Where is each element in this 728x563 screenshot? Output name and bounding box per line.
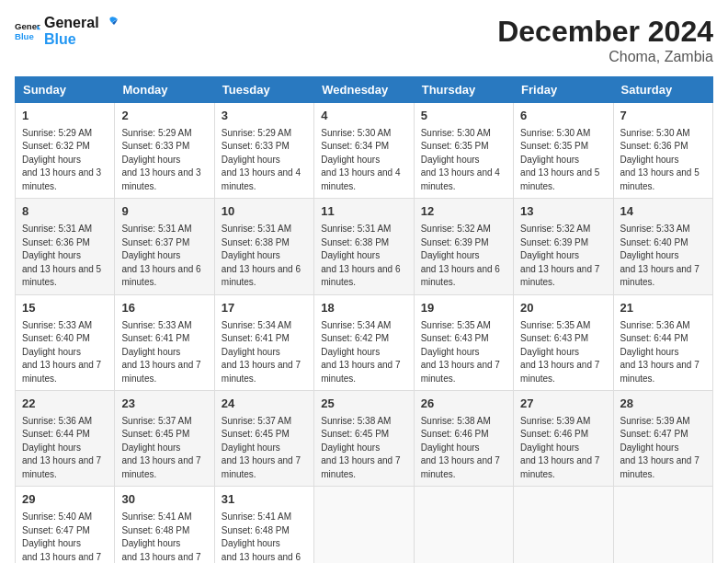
day-info: Sunrise: 5:29 AMSunset: 6:32 PMDaylight … [22,127,108,194]
title-block: December 2024 Choma, Zambia [497,15,713,65]
day-info: Sunrise: 5:41 AMSunset: 6:48 PMDaylight … [222,511,307,563]
day-number: 8 [22,203,108,221]
calendar-cell [414,487,513,563]
calendar-cell: 2Sunrise: 5:29 AMSunset: 6:33 PMDaylight… [115,103,214,199]
day-number: 31 [222,491,307,509]
day-number: 27 [520,396,606,413]
calendar-cell: 27Sunrise: 5:39 AMSunset: 6:46 PMDayligh… [514,391,613,487]
day-number: 15 [22,300,108,317]
calendar-cell: 7Sunrise: 5:30 AMSunset: 6:36 PMDaylight… [613,103,712,199]
day-info: Sunrise: 5:29 AMSunset: 6:33 PMDaylight … [222,127,307,194]
calendar-cell: 23Sunrise: 5:37 AMSunset: 6:45 PMDayligh… [115,391,214,487]
day-number: 21 [620,300,706,317]
calendar-cell: 24Sunrise: 5:37 AMSunset: 6:45 PMDayligh… [214,391,313,487]
day-info: Sunrise: 5:40 AMSunset: 6:47 PMDaylight … [22,511,108,563]
calendar-week-3: 15Sunrise: 5:33 AMSunset: 6:40 PMDayligh… [16,294,713,390]
day-number: 28 [620,396,706,413]
calendar-cell: 21Sunrise: 5:36 AMSunset: 6:44 PMDayligh… [613,294,712,390]
calendar-cell [613,487,712,563]
day-number: 25 [321,396,406,413]
calendar-cell: 3Sunrise: 5:29 AMSunset: 6:33 PMDaylight… [214,103,313,199]
col-header-sunday: Sunday [16,77,115,103]
day-number: 26 [421,396,506,413]
calendar-cell: 5Sunrise: 5:30 AMSunset: 6:35 PMDaylight… [414,103,513,199]
day-info: Sunrise: 5:30 AMSunset: 6:36 PMDaylight … [620,127,706,194]
calendar-cell: 13Sunrise: 5:32 AMSunset: 6:39 PMDayligh… [514,199,613,294]
day-number: 6 [520,108,606,125]
day-info: Sunrise: 5:30 AMSunset: 6:34 PMDaylight … [321,127,406,194]
location: Choma, Zambia [497,49,713,65]
logo: General Blue General Blue General Blue [15,15,118,49]
day-number: 14 [620,203,706,221]
calendar-cell: 22Sunrise: 5:36 AMSunset: 6:44 PMDayligh… [16,391,115,487]
day-number: 4 [321,108,406,125]
day-number: 29 [22,491,108,509]
day-info: Sunrise: 5:30 AMSunset: 6:35 PMDaylight … [421,127,506,194]
day-info: Sunrise: 5:37 AMSunset: 6:45 PMDaylight … [121,415,207,482]
day-number: 9 [121,203,207,221]
calendar-cell: 26Sunrise: 5:38 AMSunset: 6:46 PMDayligh… [414,391,513,487]
day-number: 11 [321,203,406,221]
calendar-body: 1Sunrise: 5:29 AMSunset: 6:32 PMDaylight… [16,103,713,564]
calendar-cell: 25Sunrise: 5:38 AMSunset: 6:45 PMDayligh… [314,391,414,487]
day-info: Sunrise: 5:31 AMSunset: 6:38 PMDaylight … [222,223,307,290]
day-info: Sunrise: 5:36 AMSunset: 6:44 PMDaylight … [620,319,706,386]
calendar-header-row: SundayMondayTuesdayWednesdayThursdayFrid… [16,77,713,103]
page-header: General Blue General Blue General Blue D… [15,15,713,65]
day-number: 10 [222,203,307,221]
day-info: Sunrise: 5:34 AMSunset: 6:41 PMDaylight … [222,319,307,386]
day-info: Sunrise: 5:38 AMSunset: 6:46 PMDaylight … [421,415,506,482]
calendar-cell [314,487,414,563]
day-number: 30 [121,491,207,509]
calendar-cell: 29Sunrise: 5:40 AMSunset: 6:47 PMDayligh… [16,487,115,563]
svg-text:General: General [15,22,40,32]
day-number: 22 [22,396,108,413]
day-info: Sunrise: 5:29 AMSunset: 6:33 PMDaylight … [121,127,207,194]
calendar-week-5: 29Sunrise: 5:40 AMSunset: 6:47 PMDayligh… [16,487,713,563]
calendar-week-4: 22Sunrise: 5:36 AMSunset: 6:44 PMDayligh… [16,391,713,487]
day-number: 2 [121,108,207,125]
col-header-thursday: Thursday [414,77,513,103]
day-info: Sunrise: 5:38 AMSunset: 6:45 PMDaylight … [321,415,406,482]
day-info: Sunrise: 5:33 AMSunset: 6:40 PMDaylight … [22,319,108,386]
calendar-cell: 18Sunrise: 5:34 AMSunset: 6:42 PMDayligh… [314,294,414,390]
day-info: Sunrise: 5:32 AMSunset: 6:39 PMDaylight … [520,223,606,290]
day-info: Sunrise: 5:32 AMSunset: 6:39 PMDaylight … [421,223,506,290]
day-number: 17 [222,300,307,317]
day-info: Sunrise: 5:39 AMSunset: 6:46 PMDaylight … [520,415,606,482]
day-number: 24 [222,396,307,413]
calendar-week-2: 8Sunrise: 5:31 AMSunset: 6:36 PMDaylight… [16,199,713,294]
day-info: Sunrise: 5:33 AMSunset: 6:41 PMDaylight … [121,319,207,386]
calendar-week-1: 1Sunrise: 5:29 AMSunset: 6:32 PMDaylight… [16,103,713,199]
month-title: December 2024 [497,15,713,49]
day-number: 13 [520,203,606,221]
day-info: Sunrise: 5:35 AMSunset: 6:43 PMDaylight … [520,319,606,386]
day-info: Sunrise: 5:37 AMSunset: 6:45 PMDaylight … [222,415,307,482]
day-number: 5 [421,108,506,125]
calendar-cell: 10Sunrise: 5:31 AMSunset: 6:38 PMDayligh… [214,199,313,294]
day-number: 23 [121,396,207,413]
day-info: Sunrise: 5:41 AMSunset: 6:48 PMDaylight … [121,511,207,563]
col-header-tuesday: Tuesday [214,77,313,103]
day-info: Sunrise: 5:31 AMSunset: 6:36 PMDaylight … [22,223,108,290]
logo-blue: Blue [44,31,118,48]
calendar-cell: 6Sunrise: 5:30 AMSunset: 6:35 PMDaylight… [514,103,613,199]
logo-bird-icon [101,16,118,30]
calendar-cell [514,487,613,563]
day-number: 7 [620,108,706,125]
calendar-cell: 15Sunrise: 5:33 AMSunset: 6:40 PMDayligh… [16,294,115,390]
logo-general: General [44,15,99,31]
calendar-cell: 9Sunrise: 5:31 AMSunset: 6:37 PMDaylight… [115,199,214,294]
calendar-cell: 28Sunrise: 5:39 AMSunset: 6:47 PMDayligh… [613,391,712,487]
day-number: 20 [520,300,606,317]
calendar-cell: 30Sunrise: 5:41 AMSunset: 6:48 PMDayligh… [115,487,214,563]
day-info: Sunrise: 5:30 AMSunset: 6:35 PMDaylight … [520,127,606,194]
day-number: 1 [22,108,108,125]
day-info: Sunrise: 5:35 AMSunset: 6:43 PMDaylight … [421,319,506,386]
day-info: Sunrise: 5:31 AMSunset: 6:38 PMDaylight … [321,223,406,290]
day-info: Sunrise: 5:33 AMSunset: 6:40 PMDaylight … [620,223,706,290]
day-info: Sunrise: 5:39 AMSunset: 6:47 PMDaylight … [620,415,706,482]
svg-text:Blue: Blue [15,31,34,41]
calendar-table: SundayMondayTuesdayWednesdayThursdayFrid… [15,76,713,563]
calendar-cell: 11Sunrise: 5:31 AMSunset: 6:38 PMDayligh… [314,199,414,294]
